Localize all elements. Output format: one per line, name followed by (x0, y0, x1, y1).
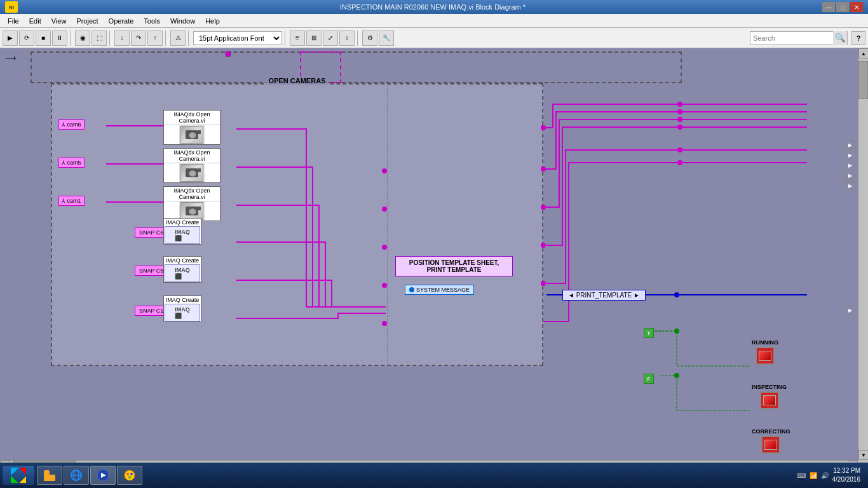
tb-highlight[interactable]: ◉ (75, 30, 90, 46)
inspecting-label: INSPECTING (752, 384, 787, 390)
junction-5 (382, 321, 387, 326)
position-template-line2: PRINT TEMPLATE (401, 266, 507, 273)
nav-arrow-1[interactable]: ▶ (845, 140, 855, 149)
cam1-input: ⅄ cam1 (58, 196, 85, 206)
imaq-open-cam1[interactable]: IMAQdx Open Camera.vi (163, 186, 220, 221)
nav-arrow-6[interactable]: ▶ (845, 306, 855, 315)
paint-icon (123, 468, 137, 482)
tf-indicator-1: T (644, 328, 654, 338)
junction-3 (382, 245, 387, 250)
imaq-create-3[interactable]: IMAQ Create IMAQ⬛ (163, 295, 201, 322)
window-controls: — □ ✕ (822, 2, 863, 12)
imaq-create-1[interactable]: IMAQ Create IMAQ⬛ (163, 218, 201, 245)
tf-indicator-2: F (644, 374, 654, 384)
menu-view[interactable]: View (46, 16, 72, 26)
vi-label-cam5: IMAQdx Open Camera.vi (164, 149, 220, 163)
nav-arrow-3[interactable]: ▶ (845, 161, 855, 170)
menu-help[interactable]: Help (200, 16, 225, 26)
keyboard-icon[interactable]: ⌨ (797, 472, 806, 479)
scroll-up[interactable]: ▲ (858, 48, 868, 58)
taskbar-ie[interactable] (64, 466, 89, 485)
scrollbar-vertical[interactable]: ▲ ▼ (858, 48, 868, 460)
junction-1 (382, 168, 387, 173)
menu-edit[interactable]: Edit (24, 16, 46, 26)
tb-step-over[interactable]: ↷ (131, 30, 146, 46)
tb-sep1 (70, 30, 72, 46)
tb-step-into[interactable]: ↓ (114, 30, 130, 46)
system-message-label: SYSTEM MESSAGE (416, 287, 470, 293)
vi-label-cam1: IMAQdx Open Camera.vi (164, 187, 220, 201)
tb-run-cont[interactable]: ⟳ (19, 30, 34, 46)
nav-arrows-right: ▶ ▶ ▶ ▶ ▶ ▶ (845, 140, 855, 315)
font-select[interactable]: 15pt Application Font (193, 31, 282, 45)
imaq-create-2[interactable]: IMAQ Create IMAQ⬛ (163, 256, 201, 283)
svg-point-7 (677, 117, 682, 122)
volume-icon[interactable]: 🔊 (821, 472, 829, 479)
taskbar-paint[interactable] (117, 466, 142, 485)
menu-window[interactable]: Window (165, 16, 200, 26)
cam5-input: ⅄ cam5 (58, 158, 85, 168)
menu-file[interactable]: File (3, 16, 24, 26)
tb-reorder[interactable]: ↕ (339, 30, 355, 46)
main-top-border (31, 51, 682, 83)
position-template-line1: POSITION TEMPLATE SHEET, (401, 259, 507, 266)
tb-resize[interactable]: ⤢ (323, 30, 338, 46)
taskbar-labview[interactable] (90, 466, 116, 485)
tb-sep2 (109, 30, 112, 46)
minimize-button[interactable]: — (822, 2, 835, 12)
tb-run[interactable]: ▶ (3, 30, 18, 46)
nav-arrow-5[interactable]: ▶ (845, 181, 855, 190)
help-button[interactable]: ? (851, 31, 865, 45)
vi-label-cam6: IMAQdx Open Camera.vi (164, 111, 220, 125)
search-button[interactable]: 🔍 (833, 31, 847, 45)
tb-distribute[interactable]: ⊞ (306, 30, 322, 46)
canvas-area: ⟶ OPEN CAMERAS ⅄ cam6 (0, 48, 868, 470)
tb-abort[interactable]: ■ (36, 30, 51, 46)
scroll-down[interactable]: ▼ (858, 450, 868, 460)
taskbar-explorer[interactable] (37, 466, 62, 485)
tb-retain[interactable]: ⬚ (92, 30, 107, 46)
tb-step-out[interactable]: ↑ (147, 30, 163, 46)
tb-extra[interactable]: ⚙ (362, 30, 377, 46)
scroll-thumb-v[interactable] (858, 61, 868, 99)
taskbar: ⌨ 📶 🔊 12:32 PM 4/20/2016 (0, 463, 868, 488)
err-dot (409, 287, 414, 292)
nav-arrow-4[interactable]: ▶ (845, 171, 855, 180)
maximize-button[interactable]: □ (836, 2, 849, 12)
tb-extra2[interactable]: 🔧 (379, 30, 394, 46)
menu-tools[interactable]: Tools (139, 16, 165, 26)
menu-project[interactable]: Project (71, 16, 103, 26)
running-led (756, 347, 775, 365)
svg-rect-16 (44, 470, 49, 471)
tb-sep5 (285, 30, 287, 46)
arrow-indicator: ⟶ (5, 53, 16, 62)
tb-pause[interactable]: ⏸ (52, 30, 67, 46)
close-button[interactable]: ✕ (850, 2, 863, 12)
start-button[interactable] (3, 466, 34, 485)
imaq-open-cam5[interactable]: IMAQdx Open Camera.vi (163, 148, 220, 183)
svg-point-12 (674, 329, 679, 334)
correcting-led (761, 436, 780, 454)
box-divider (387, 85, 388, 365)
junction-4 (382, 283, 387, 288)
tb-sep6 (357, 30, 360, 46)
search-input[interactable] (750, 32, 833, 44)
svg-rect-15 (44, 471, 50, 476)
correcting-label: CORRECTING (752, 428, 790, 435)
time: 12:32 PM (832, 466, 861, 475)
tb-warn[interactable]: ⚠ (170, 30, 186, 46)
tb-align[interactable]: ≡ (290, 30, 305, 46)
date: 4/20/2016 (832, 475, 861, 484)
menu-operate[interactable]: Operate (104, 16, 139, 26)
system-message-node[interactable]: SYSTEM MESSAGE (405, 285, 474, 295)
menu-bar: File Edit View Project Operate Tools Win… (0, 14, 868, 28)
svg-point-8 (677, 125, 682, 130)
nav-arrow-2[interactable]: ▶ (845, 151, 855, 159)
print-template-block[interactable]: ◄ PRINT_TEMPLATE ► (562, 290, 646, 301)
internal-wires (52, 85, 542, 365)
title-bar: NI INSPECTION MAIN R02060 NEW IMAQ.vi Bl… (0, 0, 868, 14)
vi-icon-cam6 (179, 125, 205, 144)
print-template-label: ◄ PRINT_TEMPLATE ► (568, 292, 640, 299)
imaq-open-cam6[interactable]: IMAQdx Open Camera.vi (163, 110, 220, 145)
position-template-box[interactable]: POSITION TEMPLATE SHEET, PRINT TEMPLATE (395, 256, 513, 276)
